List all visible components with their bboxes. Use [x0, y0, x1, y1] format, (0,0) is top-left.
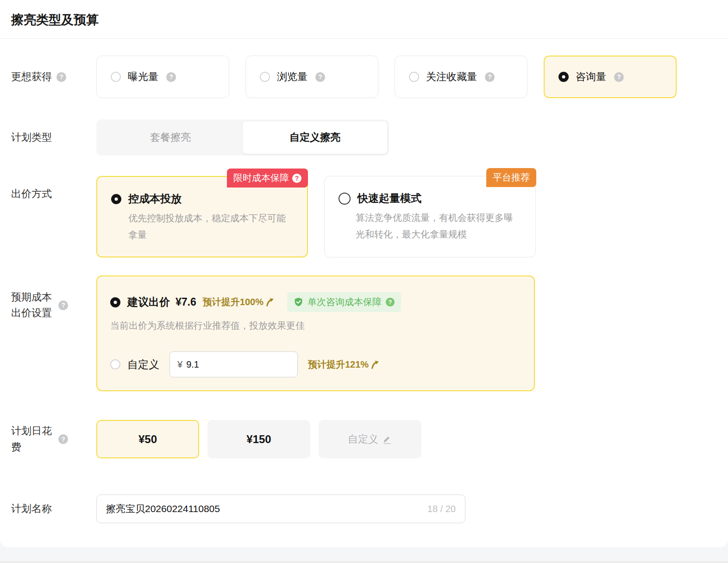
custom-bid-input[interactable]	[186, 359, 290, 370]
row-bid-mode: 出价方式 限时成本保障 ? 控成本投放 优先控制投放成本，稳定成本下尽可能拿量	[11, 176, 728, 257]
bid-card-desc: 优先控制投放成本，稳定成本下尽可能拿量	[128, 210, 290, 243]
bid-card-desc: 算法竞争优质流量，有机会获得更多曝光和转化，最大化拿量规模	[356, 209, 518, 243]
custom-boost: 预计提升121%	[308, 358, 380, 371]
goal-label-group: 更想获得 ?	[11, 69, 96, 85]
custom-bid-label: 自定义	[127, 357, 159, 372]
tab-custom-polish[interactable]: 自定义擦亮	[243, 121, 387, 154]
row-goal: 更想获得 ? 曝光量 ? 浏览量 ? 关注收藏量 ?	[11, 56, 728, 98]
suggested-boost: 预计提升100%	[203, 296, 275, 308]
suggested-bid-desc: 当前出价为系统根据行业推荐值，投放效果更佳	[110, 319, 534, 332]
radio-selected-icon[interactable]	[110, 297, 120, 307]
tab-package-polish[interactable]: 套餐擦亮	[98, 131, 243, 144]
goal-option-label: 关注收藏量	[426, 70, 477, 84]
daily-budget-label-group: 计划日花费 ?	[11, 423, 96, 455]
bid-card-title: 快速起量模式	[358, 191, 421, 206]
plan-type-label-group: 计划类型	[11, 130, 96, 145]
plan-name-input-wrap: 18 / 20	[96, 494, 465, 523]
suggested-bid-row[interactable]: 建议出价 ¥7.6 预计提升100%	[110, 292, 534, 312]
goal-option-favorites[interactable]: 关注收藏量 ?	[395, 56, 527, 98]
goal-options: 曝光量 ? 浏览量 ? 关注收藏量 ? 咨询量 ?	[96, 56, 693, 98]
plan-name-label-group: 计划名称	[11, 501, 96, 517]
plan-name-label: 计划名称	[11, 501, 52, 517]
row-plan-type: 计划类型 套餐擦亮 自定义擦亮	[11, 119, 728, 156]
suggested-bid-label: 建议出价	[127, 295, 170, 309]
badge-label: 限时成本保障	[233, 172, 289, 184]
limited-time-cost-guarantee-badge[interactable]: 限时成本保障 ?	[227, 169, 308, 188]
custom-bid-row[interactable]: 自定义 ¥ 预计提升121%	[110, 351, 534, 377]
goal-option-inquiries[interactable]: 咨询量 ?	[544, 56, 677, 98]
boost-text: 预计提升121%	[308, 358, 369, 371]
goal-option-help-icon[interactable]: ?	[614, 72, 624, 82]
bid-setting-content: 建议出价 ¥7.6 预计提升100%	[96, 275, 535, 391]
goal-option-label: 浏览量	[277, 70, 308, 84]
row-daily-budget: 计划日花费 ? ¥50 ¥150 自定义	[11, 420, 728, 458]
goal-option-help-icon[interactable]: ?	[485, 72, 495, 82]
bid-setting-box: 建议出价 ¥7.6 预计提升100%	[96, 275, 535, 391]
radio-unselected-icon[interactable]	[339, 193, 351, 205]
page-title: 擦亮类型及预算	[11, 9, 717, 31]
goal-option-help-icon[interactable]: ?	[166, 72, 176, 82]
goal-option-label: 咨询量	[576, 70, 606, 84]
bid-setting-help-icon[interactable]: ?	[58, 300, 68, 310]
bid-mode-label: 出价方式	[11, 186, 52, 202]
bid-card-head: 快速起量模式	[339, 191, 535, 206]
plan-name-content: 18 / 20	[96, 494, 465, 523]
currency-symbol: ¥	[177, 359, 182, 370]
bid-setting-label: 预期成本出价设置	[11, 289, 54, 321]
radio-selected-icon[interactable]	[559, 72, 569, 82]
row-bid-setting: 预期成本出价设置 ? 建议出价 ¥7.6 预计提升100%	[11, 275, 728, 391]
custom-bid-input-wrap: ¥	[169, 351, 298, 377]
char-counter: 18 / 20	[427, 504, 456, 514]
budget-option-custom[interactable]: 自定义	[319, 420, 421, 458]
edit-pencil-icon	[382, 434, 392, 444]
bid-card-title: 控成本投放	[128, 192, 182, 206]
radio-unselected-icon[interactable]	[260, 72, 270, 82]
radio-unselected-icon[interactable]	[111, 72, 121, 82]
bid-mode-label-group: 出价方式	[11, 176, 96, 202]
arrow-up-icon	[265, 297, 275, 307]
goal-help-icon[interactable]: ?	[56, 72, 66, 82]
page-background-strip	[0, 547, 728, 563]
badge-label: 平台推荐	[493, 171, 530, 184]
polish-form: 更想获得 ? 曝光量 ? 浏览量 ? 关注收藏量 ?	[0, 56, 728, 523]
bid-card-head: 控成本投放	[111, 192, 307, 206]
daily-budget-label: 计划日花费	[11, 423, 54, 455]
budget-custom-label: 自定义	[348, 432, 378, 446]
goal-option-exposure[interactable]: 曝光量 ?	[96, 56, 229, 98]
bid-mode-card-cost-control[interactable]: 限时成本保障 ? 控成本投放 优先控制投放成本，稳定成本下尽可能拿量	[96, 176, 308, 257]
goal-option-views[interactable]: 浏览量 ?	[245, 56, 378, 98]
bid-mode-card-fast-volume[interactable]: 平台推荐 快速起量模式 算法竞争优质流量，有机会获得更多曝光和转化，最大化拿量规…	[324, 176, 536, 257]
plan-type-segmented-control: 套餐擦亮 自定义擦亮	[96, 119, 389, 156]
plan-type-label: 计划类型	[11, 130, 52, 145]
cost-guarantee-pill[interactable]: 单次咨询成本保障 ?	[287, 292, 401, 312]
bid-setting-label-group: 预期成本出价设置 ?	[11, 275, 96, 321]
boost-text: 预计提升100%	[203, 296, 264, 308]
cost-guarantee-label: 单次咨询成本保障	[308, 296, 382, 308]
budget-option-150[interactable]: ¥150	[207, 420, 310, 458]
goal-option-label: 曝光量	[128, 70, 158, 84]
plan-name-input[interactable]	[106, 503, 422, 514]
radio-selected-icon[interactable]	[111, 194, 121, 204]
daily-budget-options: ¥50 ¥150 自定义	[96, 420, 430, 458]
badge-help-icon[interactable]: ?	[292, 174, 301, 183]
suggested-bid-price: ¥7.6	[176, 296, 196, 308]
budget-option-50[interactable]: ¥50	[96, 420, 199, 458]
platform-recommended-badge: 平台推荐	[486, 168, 536, 187]
plan-type-tabs: 套餐擦亮 自定义擦亮	[96, 119, 389, 156]
arrow-up-icon	[370, 360, 380, 369]
goal-option-help-icon[interactable]: ?	[315, 72, 325, 82]
shield-check-icon	[294, 297, 303, 307]
cost-guarantee-help-icon[interactable]: ?	[386, 298, 395, 307]
radio-unselected-icon[interactable]	[110, 359, 120, 369]
radio-unselected-icon[interactable]	[409, 72, 419, 82]
panel-header: 擦亮类型及预算	[0, 0, 728, 39]
goal-label: 更想获得	[11, 69, 52, 85]
polish-settings-panel: 擦亮类型及预算 更想获得 ? 曝光量 ? 浏览量 ?	[0, 0, 728, 547]
daily-budget-help-icon[interactable]: ?	[58, 434, 68, 444]
bid-mode-cards: 限时成本保障 ? 控成本投放 优先控制投放成本，稳定成本下尽可能拿量 平台推荐	[96, 176, 552, 257]
row-plan-name: 计划名称 18 / 20	[11, 494, 728, 523]
